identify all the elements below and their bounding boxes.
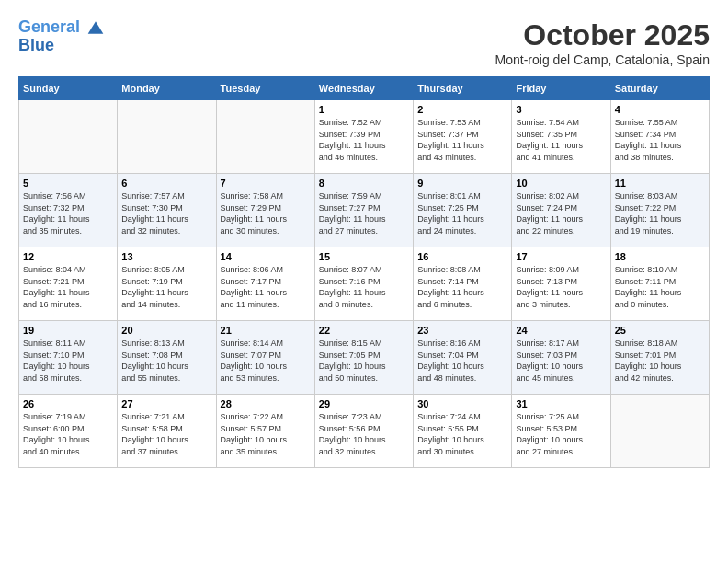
calendar-cell: 13Sunrise: 8:05 AMSunset: 7:19 PMDayligh… <box>118 247 216 321</box>
day-number: 7 <box>221 178 311 189</box>
day-header-thursday: Thursday <box>414 77 512 100</box>
day-number: 22 <box>319 325 409 336</box>
day-number: 8 <box>319 178 409 189</box>
day-number: 23 <box>417 325 507 336</box>
day-number: 4 <box>615 104 705 115</box>
day-info: Sunrise: 8:07 AMSunset: 7:16 PMDaylight:… <box>319 264 409 310</box>
calendar-table: SundayMondayTuesdayWednesdayThursdayFrid… <box>18 76 710 468</box>
day-number: 10 <box>516 178 606 189</box>
day-info: Sunrise: 8:13 AMSunset: 7:08 PMDaylight:… <box>121 338 211 384</box>
day-header-saturday: Saturday <box>610 77 709 100</box>
calendar-cell: 18Sunrise: 8:10 AMSunset: 7:11 PMDayligh… <box>610 247 709 321</box>
calendar-cell: 16Sunrise: 8:08 AMSunset: 7:14 PMDayligh… <box>414 247 512 321</box>
day-number: 30 <box>417 398 507 409</box>
day-number: 16 <box>417 251 507 262</box>
day-info: Sunrise: 7:25 AMSunset: 5:53 PMDaylight:… <box>516 411 606 457</box>
calendar-cell: 1Sunrise: 7:52 AMSunset: 7:39 PMDaylight… <box>314 100 413 174</box>
logo-blue: Blue <box>18 37 105 55</box>
day-info: Sunrise: 8:16 AMSunset: 7:04 PMDaylight:… <box>417 338 507 384</box>
calendar-cell: 17Sunrise: 8:09 AMSunset: 7:13 PMDayligh… <box>512 247 610 321</box>
day-info: Sunrise: 7:24 AMSunset: 5:55 PMDaylight:… <box>417 411 507 457</box>
calendar-cell: 28Sunrise: 7:22 AMSunset: 5:57 PMDayligh… <box>216 395 314 468</box>
day-number: 6 <box>121 178 211 189</box>
calendar-cell: 24Sunrise: 8:17 AMSunset: 7:03 PMDayligh… <box>512 321 610 395</box>
calendar-cell <box>118 100 216 174</box>
calendar-cell: 10Sunrise: 8:02 AMSunset: 7:24 PMDayligh… <box>512 174 610 247</box>
calendar-cell: 30Sunrise: 7:24 AMSunset: 5:55 PMDayligh… <box>414 395 512 468</box>
page-header: General Blue October 2025 Mont-roig del … <box>18 18 710 67</box>
day-number: 26 <box>23 398 113 409</box>
day-number: 11 <box>615 178 705 189</box>
day-info: Sunrise: 8:05 AMSunset: 7:19 PMDaylight:… <box>121 264 211 310</box>
day-info: Sunrise: 8:10 AMSunset: 7:11 PMDaylight:… <box>615 264 705 310</box>
day-number: 20 <box>121 325 211 336</box>
day-info: Sunrise: 8:09 AMSunset: 7:13 PMDaylight:… <box>516 264 606 310</box>
day-number: 12 <box>23 251 113 262</box>
day-header-sunday: Sunday <box>19 77 118 100</box>
day-number: 24 <box>516 325 606 336</box>
day-number: 29 <box>319 398 409 409</box>
calendar-cell <box>610 395 709 468</box>
title-block: October 2025 Mont-roig del Camp, Catalon… <box>495 18 710 67</box>
logo-icon <box>86 18 105 37</box>
svg-marker-0 <box>88 22 104 34</box>
day-number: 28 <box>221 398 311 409</box>
day-header-wednesday: Wednesday <box>314 77 413 100</box>
calendar-cell: 26Sunrise: 7:19 AMSunset: 6:00 PMDayligh… <box>19 395 118 468</box>
day-info: Sunrise: 8:01 AMSunset: 7:25 PMDaylight:… <box>417 190 507 236</box>
logo-text: General <box>18 18 105 37</box>
day-info: Sunrise: 8:06 AMSunset: 7:17 PMDaylight:… <box>221 264 311 310</box>
calendar-week-row: 1Sunrise: 7:52 AMSunset: 7:39 PMDaylight… <box>19 100 710 174</box>
day-number: 5 <box>23 178 113 189</box>
calendar-cell <box>216 100 314 174</box>
day-info: Sunrise: 8:03 AMSunset: 7:22 PMDaylight:… <box>615 190 705 236</box>
day-number: 25 <box>615 325 705 336</box>
calendar-cell: 21Sunrise: 8:14 AMSunset: 7:07 PMDayligh… <box>216 321 314 395</box>
calendar-cell: 14Sunrise: 8:06 AMSunset: 7:17 PMDayligh… <box>216 247 314 321</box>
month-title: October 2025 <box>495 18 710 52</box>
day-info: Sunrise: 7:22 AMSunset: 5:57 PMDaylight:… <box>221 411 311 457</box>
day-header-tuesday: Tuesday <box>216 77 314 100</box>
calendar-cell: 3Sunrise: 7:54 AMSunset: 7:35 PMDaylight… <box>512 100 610 174</box>
day-info: Sunrise: 7:56 AMSunset: 7:32 PMDaylight:… <box>23 190 113 236</box>
calendar-cell: 7Sunrise: 7:58 AMSunset: 7:29 PMDaylight… <box>216 174 314 247</box>
calendar-week-row: 19Sunrise: 8:11 AMSunset: 7:10 PMDayligh… <box>19 321 710 395</box>
day-info: Sunrise: 8:04 AMSunset: 7:21 PMDaylight:… <box>23 264 113 310</box>
day-number: 9 <box>417 178 507 189</box>
day-info: Sunrise: 7:54 AMSunset: 7:35 PMDaylight:… <box>516 117 606 163</box>
day-info: Sunrise: 7:21 AMSunset: 5:58 PMDaylight:… <box>121 411 211 457</box>
calendar-week-row: 5Sunrise: 7:56 AMSunset: 7:32 PMDaylight… <box>19 174 710 247</box>
day-info: Sunrise: 7:23 AMSunset: 5:56 PMDaylight:… <box>319 411 409 457</box>
calendar-cell: 15Sunrise: 8:07 AMSunset: 7:16 PMDayligh… <box>314 247 413 321</box>
location: Mont-roig del Camp, Catalonia, Spain <box>495 52 710 67</box>
day-info: Sunrise: 7:59 AMSunset: 7:27 PMDaylight:… <box>319 190 409 236</box>
calendar-cell: 29Sunrise: 7:23 AMSunset: 5:56 PMDayligh… <box>314 395 413 468</box>
calendar-cell: 25Sunrise: 8:18 AMSunset: 7:01 PMDayligh… <box>610 321 709 395</box>
calendar-cell <box>19 100 118 174</box>
calendar-cell: 4Sunrise: 7:55 AMSunset: 7:34 PMDaylight… <box>610 100 709 174</box>
day-number: 17 <box>516 251 606 262</box>
day-info: Sunrise: 8:14 AMSunset: 7:07 PMDaylight:… <box>221 338 311 384</box>
day-info: Sunrise: 7:53 AMSunset: 7:37 PMDaylight:… <box>417 117 507 163</box>
day-info: Sunrise: 8:02 AMSunset: 7:24 PMDaylight:… <box>516 190 606 236</box>
day-info: Sunrise: 8:18 AMSunset: 7:01 PMDaylight:… <box>615 338 705 384</box>
day-number: 18 <box>615 251 705 262</box>
calendar-cell: 11Sunrise: 8:03 AMSunset: 7:22 PMDayligh… <box>610 174 709 247</box>
day-info: Sunrise: 8:15 AMSunset: 7:05 PMDaylight:… <box>319 338 409 384</box>
calendar-cell: 2Sunrise: 7:53 AMSunset: 7:37 PMDaylight… <box>414 100 512 174</box>
day-number: 1 <box>319 104 409 115</box>
calendar-cell: 5Sunrise: 7:56 AMSunset: 7:32 PMDaylight… <box>19 174 118 247</box>
day-info: Sunrise: 7:55 AMSunset: 7:34 PMDaylight:… <box>615 117 705 163</box>
calendar-cell: 9Sunrise: 8:01 AMSunset: 7:25 PMDaylight… <box>414 174 512 247</box>
day-number: 21 <box>221 325 311 336</box>
day-info: Sunrise: 8:17 AMSunset: 7:03 PMDaylight:… <box>516 338 606 384</box>
calendar-cell: 23Sunrise: 8:16 AMSunset: 7:04 PMDayligh… <box>414 321 512 395</box>
calendar-header-row: SundayMondayTuesdayWednesdayThursdayFrid… <box>19 77 710 100</box>
day-number: 27 <box>121 398 211 409</box>
day-info: Sunrise: 7:52 AMSunset: 7:39 PMDaylight:… <box>319 117 409 163</box>
day-header-monday: Monday <box>118 77 216 100</box>
calendar-cell: 6Sunrise: 7:57 AMSunset: 7:30 PMDaylight… <box>118 174 216 247</box>
day-info: Sunrise: 7:58 AMSunset: 7:29 PMDaylight:… <box>221 190 311 236</box>
calendar-cell: 19Sunrise: 8:11 AMSunset: 7:10 PMDayligh… <box>19 321 118 395</box>
day-number: 2 <box>417 104 507 115</box>
